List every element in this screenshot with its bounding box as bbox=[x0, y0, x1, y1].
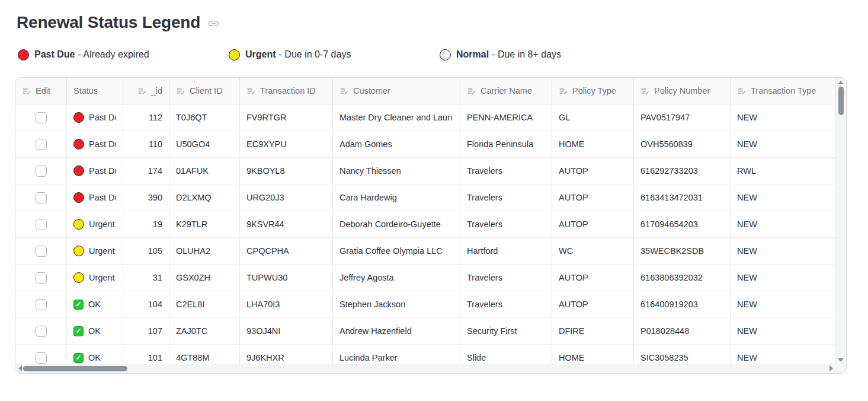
id-cell[interactable]: 107 bbox=[123, 318, 169, 344]
scroll-left-arrow-icon[interactable] bbox=[18, 365, 22, 371]
edit-cell[interactable] bbox=[15, 291, 67, 317]
policy-number-cell[interactable]: 6163413472031 bbox=[634, 184, 731, 211]
row-checkbox[interactable] bbox=[36, 352, 47, 364]
status-cell[interactable]: Urgent bbox=[67, 265, 123, 291]
carrier-name-cell[interactable]: Travelers bbox=[460, 291, 552, 317]
policy-type-cell[interactable]: AUTOP bbox=[552, 265, 634, 291]
carrier-name-cell[interactable]: PENN-AMERICA bbox=[460, 104, 552, 131]
row-checkbox[interactable] bbox=[36, 326, 47, 337]
transaction-id-cell[interactable]: EC9XYPU bbox=[240, 131, 333, 157]
policy-type-cell[interactable]: AUTOP bbox=[552, 211, 634, 237]
column-header-carrier-name[interactable]: Carrier Name bbox=[460, 78, 552, 104]
status-cell[interactable]: Urgent bbox=[67, 211, 123, 237]
customer-cell[interactable]: Cara Hardewig bbox=[333, 184, 460, 211]
edit-cell[interactable] bbox=[15, 211, 67, 237]
row-checkbox[interactable] bbox=[36, 192, 47, 203]
column-header-client-id[interactable]: Client ID bbox=[169, 78, 240, 104]
vertical-scrollbar-thumb[interactable] bbox=[838, 87, 844, 115]
id-cell[interactable]: 110 bbox=[123, 131, 169, 157]
status-cell[interactable]: Past Due bbox=[67, 104, 123, 131]
id-cell[interactable]: 105 bbox=[123, 238, 169, 264]
transaction-type-cell[interactable]: NEW bbox=[731, 291, 836, 317]
carrier-name-cell[interactable]: Hartford bbox=[460, 238, 552, 264]
transaction-id-cell[interactable]: 93OJ4NI bbox=[240, 318, 333, 344]
transaction-id-cell[interactable]: TUPWU30 bbox=[240, 265, 333, 291]
carrier-name-cell[interactable]: Travelers bbox=[460, 265, 552, 291]
id-cell[interactable]: 112 bbox=[123, 104, 169, 131]
transaction-type-cell[interactable]: NEW bbox=[731, 318, 836, 344]
column-header-policy-type[interactable]: Policy Type bbox=[552, 78, 634, 104]
row-checkbox[interactable] bbox=[36, 139, 47, 150]
policy-type-cell[interactable]: AUTOP bbox=[552, 184, 634, 211]
client-id-cell[interactable]: C2EL8I bbox=[169, 291, 240, 317]
transaction-id-cell[interactable]: FV9RTGR bbox=[240, 104, 333, 131]
customer-cell[interactable]: Gratia Coffee Olympia LLC bbox=[333, 238, 460, 264]
transaction-id-cell[interactable]: URG20J3 bbox=[240, 184, 333, 211]
policy-type-cell[interactable]: GL bbox=[552, 104, 634, 131]
column-header-id[interactable]: _id bbox=[123, 78, 169, 104]
customer-cell[interactable]: Stephen Jackson bbox=[333, 291, 460, 317]
id-cell[interactable]: 19 bbox=[123, 211, 169, 237]
row-checkbox[interactable] bbox=[36, 112, 47, 123]
scroll-down-arrow-icon[interactable] bbox=[838, 358, 844, 362]
status-cell[interactable]: Past Due bbox=[67, 158, 123, 184]
policy-type-cell[interactable]: DFIRE bbox=[552, 318, 634, 344]
client-id-cell[interactable]: OLUHA2 bbox=[169, 238, 240, 264]
scroll-right-arrow-icon[interactable] bbox=[829, 365, 833, 371]
transaction-type-cell[interactable]: NEW bbox=[731, 265, 836, 291]
policy-number-cell[interactable]: 6163806392032 bbox=[634, 265, 731, 291]
vertical-scrollbar[interactable] bbox=[836, 78, 846, 365]
customer-cell[interactable]: Nancy Thiessen bbox=[333, 158, 460, 184]
column-header-transaction-type[interactable]: Transaction Type bbox=[731, 78, 836, 104]
carrier-name-cell[interactable]: Security First bbox=[460, 318, 552, 344]
column-header-edit[interactable]: Edit bbox=[15, 78, 67, 104]
status-cell[interactable]: Urgent bbox=[67, 238, 123, 264]
customer-cell[interactable]: Andrew Hazenfield bbox=[333, 318, 460, 344]
client-id-cell[interactable]: U50GO4 bbox=[169, 131, 240, 157]
policy-number-cell[interactable]: 616292733203 bbox=[634, 158, 731, 184]
edit-cell[interactable] bbox=[15, 131, 67, 157]
status-cell[interactable]: Past Due bbox=[67, 131, 123, 157]
id-cell[interactable]: 104 bbox=[123, 291, 169, 317]
anchor-link-icon[interactable] bbox=[207, 17, 220, 30]
customer-cell[interactable]: Master Dry Cleaner and Laun bbox=[333, 104, 460, 131]
policy-type-cell[interactable]: HOME bbox=[552, 131, 634, 157]
transaction-type-cell[interactable]: NEW bbox=[731, 104, 836, 131]
policy-number-cell[interactable]: 616400919203 bbox=[634, 291, 731, 317]
customer-cell[interactable]: Adam Gomes bbox=[333, 131, 460, 157]
client-id-cell[interactable]: K29TLR bbox=[169, 211, 240, 237]
edit-cell[interactable] bbox=[15, 318, 67, 344]
column-header-transaction-id[interactable]: Transaction ID bbox=[240, 78, 333, 104]
status-cell[interactable]: ✓ OK bbox=[67, 291, 123, 317]
transaction-id-cell[interactable]: CPQCPHA bbox=[240, 238, 333, 264]
scroll-up-arrow-icon[interactable] bbox=[838, 81, 844, 84]
column-header-policy-number[interactable]: Policy Number bbox=[634, 78, 731, 104]
status-cell[interactable]: Past Due bbox=[67, 184, 123, 211]
row-checkbox[interactable] bbox=[36, 166, 47, 177]
horizontal-scrollbar-thumb[interactable] bbox=[23, 366, 127, 371]
carrier-name-cell[interactable]: Travelers bbox=[460, 211, 552, 237]
transaction-id-cell[interactable]: 9KBOYL8 bbox=[240, 158, 333, 184]
transaction-type-cell[interactable]: NEW bbox=[731, 211, 836, 237]
column-header-status[interactable]: Status bbox=[67, 78, 123, 104]
id-cell[interactable]: 31 bbox=[123, 265, 169, 291]
transaction-type-cell[interactable]: RWL bbox=[731, 158, 836, 184]
transaction-id-cell[interactable]: LHA70I3 bbox=[240, 291, 333, 317]
edit-cell[interactable] bbox=[15, 104, 67, 131]
policy-number-cell[interactable]: PAV0517947 bbox=[634, 104, 731, 131]
row-checkbox[interactable] bbox=[36, 246, 47, 257]
row-checkbox[interactable] bbox=[36, 299, 47, 310]
edit-cell[interactable] bbox=[15, 158, 67, 184]
client-id-cell[interactable]: ZAJ0TC bbox=[169, 318, 240, 344]
column-header-customer[interactable]: Customer bbox=[333, 78, 460, 104]
id-cell[interactable]: 174 bbox=[123, 158, 169, 184]
policy-number-cell[interactable]: 35WECBK2SDB bbox=[634, 238, 731, 264]
edit-cell[interactable] bbox=[15, 184, 67, 211]
policy-number-cell[interactable]: OVH5560839 bbox=[634, 131, 731, 157]
client-id-cell[interactable]: T0J6QT bbox=[169, 104, 240, 131]
transaction-id-cell[interactable]: 9KSVR44 bbox=[240, 211, 333, 237]
policy-number-cell[interactable]: P018028448 bbox=[634, 318, 731, 344]
policy-type-cell[interactable]: AUTOP bbox=[552, 291, 634, 317]
edit-cell[interactable] bbox=[15, 238, 67, 264]
row-checkbox[interactable] bbox=[36, 272, 47, 284]
